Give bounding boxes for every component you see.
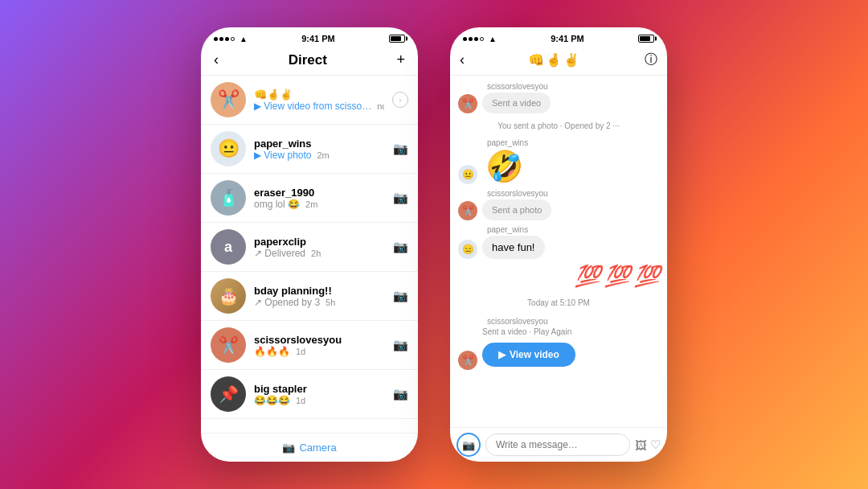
conv-info: eraser_1990 omg lol 😂 2m — [254, 187, 385, 210]
list-item[interactable]: ✂️ scissorslovesyou 🔥🔥🔥 1d 📷 — [201, 321, 418, 370]
message-row: paper_wins 😑 have fun! — [450, 225, 667, 259]
conv-name: big stapler — [254, 383, 385, 395]
list-item[interactable]: 😐 paper_wins ▶ View photo 2m 📷 — [201, 125, 418, 174]
list-item[interactable]: 📌 big stapler 😂😂😂 1d 📷 — [201, 370, 418, 419]
heart-icon[interactable]: ♡ — [650, 438, 661, 452]
conv-preview: ↗ Opened by 3 5h — [254, 297, 385, 308]
message-input[interactable] — [485, 434, 630, 456]
camera-bar: 📷 Camera — [201, 433, 418, 462]
avatar-wrap: ✂️ — [211, 82, 246, 117]
message-text: Sent a photo — [492, 205, 542, 215]
dot3 — [225, 37, 229, 41]
dot4 — [231, 37, 235, 41]
conv-time: 2m — [305, 199, 317, 209]
preview-text: 🔥🔥🔥 — [254, 346, 290, 357]
list-item[interactable]: 🎂 bday planning!! ↗ Opened by 3 5h 📷 — [201, 272, 418, 321]
wifi-icon: ▲ — [489, 35, 497, 43]
avatar-wrap: a — [211, 229, 246, 265]
chat-area: scissorslovesyou ✂️ Sent a video You sen… — [450, 76, 667, 427]
battery-fill — [391, 36, 401, 41]
avatar: ✂️ — [458, 201, 477, 220]
avatar: a — [211, 229, 246, 265]
conv-name: paperxclip — [254, 236, 385, 248]
preview-text: ↗ Delivered — [254, 248, 305, 259]
conv-preview: ↗ Delivered 2h — [254, 248, 385, 259]
avatar-face: 😑 — [462, 244, 474, 255]
right-time: 9:41 PM — [551, 34, 584, 43]
dot1 — [463, 37, 467, 41]
battery-area — [638, 35, 654, 43]
avatar-wrap: 🎂 — [211, 278, 246, 314]
camera-icon: 📷 — [462, 439, 475, 451]
message-sender: scissorslovesyou — [487, 189, 659, 198]
list-item[interactable]: ✂️ 👊🤞✌ ▶ View video from scisso… now › — [201, 76, 418, 125]
emoji-right-message: 💯 💯 💯 — [450, 264, 667, 289]
camera-button[interactable]: 📷 Camera — [282, 442, 336, 454]
conv-right: 📷 — [393, 142, 408, 156]
page-title: Direct — [289, 52, 327, 68]
camera-input-button[interactable]: 📷 — [457, 433, 481, 457]
list-item[interactable]: a paperxclip ↗ Delivered 2h 📷 — [201, 223, 418, 272]
avatar: ✂️ — [211, 327, 246, 363]
conv-right: 📷 — [393, 338, 408, 352]
bubble-row: ✂️ Sent a photo — [458, 199, 659, 220]
message-bubble: have fun! — [482, 236, 545, 259]
system-message: You sent a photo · Opened by 2 ··· — [450, 118, 667, 134]
camera-icon: 📷 — [393, 387, 408, 401]
bubble-row: 😐 🤣 — [458, 149, 659, 184]
back-button[interactable]: ‹ — [214, 51, 219, 68]
input-icons: 🖼 ♡ — [635, 438, 661, 452]
signal-dots: ▲ — [463, 35, 497, 43]
back-button[interactable]: ‹ — [460, 51, 465, 68]
avatar-emoji: ✂️ — [462, 355, 474, 366]
divider-text: Today at 5:10 PM — [527, 298, 590, 307]
conv-name: bday planning!! — [254, 285, 385, 297]
message-text: Sent a video — [492, 98, 541, 108]
left-phone: ▲ 9:41 PM ‹ Direct + ✂️ 👊🤞✌ ▶ View vid — [201, 27, 418, 462]
view-video-label: View video — [510, 349, 559, 360]
camera-icon: 📷 — [393, 142, 408, 156]
gallery-icon[interactable]: 🖼 — [635, 438, 647, 452]
message-text: have fun! — [492, 241, 535, 253]
dot2 — [219, 37, 223, 41]
avatar: 🎂 — [211, 278, 246, 314]
conv-right: 📷 — [393, 289, 408, 303]
dot3 — [474, 37, 478, 41]
play-icon: ▶ — [498, 349, 506, 360]
conv-name: eraser_1990 — [254, 187, 385, 199]
message-sender: scissorslovesyou — [487, 317, 659, 326]
conv-right: › — [392, 92, 408, 108]
avatar-wrap: 📌 — [211, 376, 246, 412]
avatar-emoji: ✂️ — [462, 205, 474, 216]
battery-area — [389, 35, 405, 43]
message-row: scissorslovesyou ✂️ Sent a video — [450, 82, 667, 113]
camera-icon: 📷 — [393, 289, 408, 303]
left-status-bar: ▲ 9:41 PM — [201, 27, 418, 47]
date-divider: Today at 5:10 PM — [450, 294, 667, 312]
battery-fill — [640, 36, 650, 41]
list-item[interactable]: 🧴 eraser_1990 omg lol 😂 2m 📷 — [201, 174, 418, 223]
camera-icon: 📷 — [393, 338, 408, 352]
avatar-emoji: ✂️ — [462, 98, 474, 109]
add-button[interactable]: + — [396, 51, 405, 68]
dot2 — [469, 37, 473, 41]
left-time: 9:41 PM — [301, 34, 335, 43]
avatar-emoji: 🎂 — [219, 286, 239, 306]
avatar-wrap: ✂️ — [211, 327, 246, 363]
info-button[interactable]: ⓘ — [645, 51, 657, 68]
conv-name: 👊🤞✌ — [254, 88, 384, 101]
avatar-face: 😐 — [462, 169, 474, 180]
chat-title-emojis: 👊🤞✌ — [528, 52, 581, 68]
view-video-button[interactable]: ▶ View video — [482, 343, 575, 367]
dot4 — [480, 37, 484, 41]
conv-time: 5h — [326, 298, 335, 307]
avatar-letter: a — [224, 239, 232, 256]
preview-text: ↗ Opened by 3 — [254, 297, 320, 308]
conv-info: paperxclip ↗ Delivered 2h — [254, 236, 385, 259]
preview-text: ▶ View photo — [254, 150, 312, 161]
message-bubble: Sent a video — [482, 92, 551, 113]
conv-info: big stapler 😂😂😂 1d — [254, 383, 385, 406]
conv-right: 📷 — [393, 240, 408, 254]
message-row: scissorslovesyou ✂️ Sent a photo — [450, 189, 667, 220]
chat-nav: ‹ 👊🤞✌ ⓘ — [450, 47, 667, 76]
